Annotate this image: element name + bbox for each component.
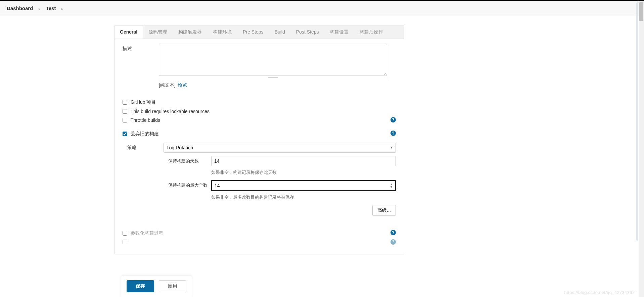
chevron-right-icon: ▸ — [61, 7, 63, 11]
advanced-button[interactable]: 高级... — [372, 205, 396, 216]
help-icon[interactable]: ? — [390, 230, 396, 235]
discard-old-builds-checkbox[interactable] — [123, 132, 127, 136]
breadcrumb: Dashboard ▸ Test ▸ — [0, 1, 644, 15]
tab-triggers[interactable]: 构建触发器 — [173, 26, 208, 39]
lockable-resources-label: This build requires lockable resources — [131, 109, 210, 114]
tab-post-build[interactable]: 构建后操作 — [354, 26, 389, 39]
tab-post-steps[interactable]: Post Steps — [291, 26, 325, 39]
discard-old-builds-label: 丢弃旧的构建 — [131, 131, 159, 137]
tab-pre-steps[interactable]: Pre Steps — [237, 26, 269, 39]
days-to-keep-label: 保持构建的天数 — [168, 156, 211, 164]
hidden-checkbox[interactable] — [123, 240, 127, 244]
window-scrollbar[interactable] — [639, 1, 644, 254]
max-hint: 如果非空，最多此数目的构建记录将被保存 — [211, 194, 396, 200]
breadcrumb-test[interactable]: Test — [46, 5, 56, 11]
max-builds-label: 保持构建的最大个数 — [168, 180, 211, 188]
help-icon[interactable]: ? — [390, 239, 396, 245]
days-hint: 如果非空，构建记录将保存此天数 — [211, 169, 396, 176]
tab-scm[interactable]: 源码管理 — [143, 26, 173, 39]
config-panel: 描述 [纯文本] 预览 GitHub 项目 This build require… — [114, 39, 404, 254]
parameterized-build-label: 参数化构建过程 — [131, 230, 164, 236]
description-label: 描述 — [123, 44, 159, 52]
max-builds-input[interactable] — [211, 180, 396, 191]
lockable-resources-checkbox[interactable] — [123, 109, 127, 114]
help-icon[interactable]: ? — [390, 131, 396, 136]
config-tabs: General 源码管理 构建触发器 构建环境 Pre Steps Build … — [114, 26, 404, 39]
resize-handle[interactable] — [159, 77, 387, 79]
chevron-right-icon: ▸ — [39, 7, 41, 11]
throttle-builds-checkbox[interactable] — [123, 118, 127, 122]
parameterized-build-checkbox[interactable] — [123, 231, 127, 236]
tab-build-settings[interactable]: 构建设置 — [324, 26, 354, 39]
github-project-label: GitHub 项目 — [131, 99, 156, 105]
tab-build-env[interactable]: 构建环境 — [208, 26, 237, 39]
strategy-select[interactable]: Log Rotation — [164, 143, 396, 153]
number-spinner[interactable]: ▲▼ — [390, 182, 395, 190]
description-format: [纯文本] 预览 — [159, 82, 396, 88]
tab-general[interactable]: General — [114, 26, 143, 39]
page-scrollbar[interactable] — [636, 1, 638, 254]
tab-build[interactable]: Build — [269, 26, 291, 39]
throttle-builds-label: Throttle builds — [131, 117, 160, 123]
days-to-keep-input[interactable] — [211, 156, 396, 166]
description-textarea[interactable] — [159, 44, 387, 76]
preview-link[interactable]: 预览 — [178, 82, 187, 88]
strategy-label: 策略 — [127, 143, 164, 151]
help-icon[interactable]: ? — [390, 117, 396, 122]
github-project-checkbox[interactable] — [123, 100, 127, 105]
breadcrumb-dashboard[interactable]: Dashboard — [7, 5, 33, 11]
format-plain-text: [纯文本] — [159, 82, 176, 88]
